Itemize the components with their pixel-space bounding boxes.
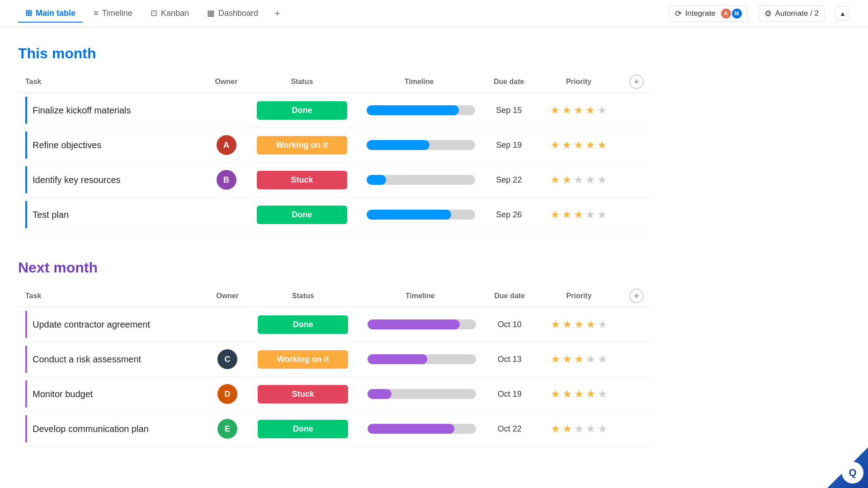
priority-cell: ★★★★★	[536, 412, 622, 446]
owner-cell	[204, 93, 248, 128]
table-row[interactable]: Update contractor agreement Done Oct 10 …	[18, 307, 651, 342]
this-month-table: Task Owner Status Timeline Due date Prio…	[18, 71, 651, 232]
timeline-bar-wrap	[367, 175, 475, 185]
extra-cell	[622, 412, 651, 446]
due-date: Sep 22	[496, 175, 522, 184]
star-5: ★	[598, 388, 608, 400]
timeline-cell	[356, 197, 482, 232]
timeline-bar-fill	[368, 424, 454, 434]
star-3: ★	[574, 353, 584, 366]
extra-cell	[622, 197, 651, 232]
star-3: ★	[574, 174, 584, 186]
table-row[interactable]: Conduct a risk assessment C Working on i…	[18, 342, 651, 377]
automate-button[interactable]: ⚙ Automate / 2	[759, 5, 825, 22]
star-2: ★	[562, 139, 572, 151]
table-row[interactable]: Monitor budget D Stuck Oct 19 ★★★★★	[18, 377, 651, 412]
priority-cell: ★★★★★	[535, 163, 622, 197]
star-4: ★	[586, 388, 596, 400]
col-header-add: +	[622, 71, 651, 93]
task-name: Refine objectives	[33, 140, 101, 150]
extra-cell	[622, 307, 651, 342]
star-4: ★	[585, 104, 595, 117]
avatar: A	[217, 135, 236, 155]
table-row[interactable]: Identify key resources B Stuck Sep 22 ★★…	[18, 163, 651, 197]
table-row[interactable]: Finalize kickoff materials Done Sep 15 ★…	[18, 93, 651, 128]
avatar: C	[217, 349, 237, 369]
star-3: ★	[574, 422, 584, 435]
status-cell: Working on it	[248, 128, 356, 163]
task-name: Test plan	[33, 210, 69, 220]
task-name-wrapper: Refine objectives	[25, 131, 197, 159]
due-date-cell: Sep 26	[482, 197, 535, 232]
extra-cell	[622, 342, 651, 377]
stars-container: ★★★★★	[543, 318, 615, 331]
status-badge: Stuck	[257, 171, 347, 189]
col-header-timeline-2: Timeline	[357, 285, 483, 307]
tab-timeline-label: Timeline	[102, 9, 132, 18]
table-row[interactable]: Refine objectives A Working on it Sep 19…	[18, 128, 651, 163]
table-icon: ⊞	[25, 8, 32, 18]
tab-dashboard-label: Dashboard	[218, 9, 258, 18]
tab-main-table[interactable]: ⊞ Main table	[18, 5, 83, 23]
task-border	[25, 166, 27, 193]
collapse-button[interactable]: ▲	[835, 6, 850, 21]
integrate-button[interactable]: ⟳ Integrate A M	[669, 5, 748, 22]
task-name-cell: Conduct a risk assessment	[18, 342, 206, 377]
task-border	[25, 131, 27, 159]
star-5: ★	[598, 353, 608, 366]
col-header-duedate: Due date	[482, 71, 535, 93]
avatar-1: A	[721, 9, 731, 19]
due-date-cell: Sep 22	[482, 163, 535, 197]
owner-cell: E	[206, 412, 249, 446]
task-name-cell: Develop communication plan	[18, 412, 206, 446]
due-date: Oct 22	[498, 424, 522, 433]
star-1: ★	[551, 388, 561, 400]
col-header-task: Task	[18, 71, 204, 93]
priority-cell: ★★★★★	[535, 128, 622, 163]
extra-cell	[622, 377, 651, 412]
task-name-cell: Finalize kickoff materials	[18, 93, 204, 128]
section-this-month-header: This month	[18, 45, 850, 62]
table-row[interactable]: Develop communication plan E Done Oct 22…	[18, 412, 651, 446]
star-2: ★	[562, 208, 572, 221]
star-2: ★	[562, 353, 572, 366]
owner-cell: D	[206, 377, 249, 412]
timeline-bar-wrap	[368, 354, 476, 364]
task-border	[25, 97, 27, 124]
section-this-month: This month Task Owner Status Timeline Du…	[18, 45, 850, 232]
col-header-priority: Priority	[535, 71, 622, 93]
star-1: ★	[551, 318, 561, 331]
timeline-bar-wrap	[367, 105, 475, 115]
tab-dashboard[interactable]: ▦ Dashboard	[200, 5, 265, 23]
task-name-wrapper: Conduct a risk assessment	[25, 346, 198, 373]
star-5: ★	[597, 104, 607, 117]
due-date: Sep 26	[496, 210, 522, 219]
due-date: Oct 19	[498, 389, 522, 399]
add-tab-button[interactable]: +	[269, 4, 286, 23]
star-3: ★	[574, 208, 584, 221]
stars-container: ★★★★★	[542, 174, 615, 186]
status-cell: Done	[249, 307, 357, 342]
add-column-button-this-month[interactable]: +	[629, 75, 644, 89]
add-column-button-next-month[interactable]: +	[629, 289, 644, 303]
star-5: ★	[597, 208, 607, 221]
status-badge: Stuck	[258, 385, 348, 404]
integrate-label: Integrate	[685, 9, 716, 18]
tab-kanban[interactable]: ⊡ Kanban	[143, 5, 196, 23]
priority-cell: ★★★★★	[536, 342, 622, 377]
owner-cell: A	[204, 128, 248, 163]
star-3: ★	[574, 318, 584, 331]
due-date-cell: Oct 22	[483, 412, 536, 446]
star-4: ★	[585, 139, 595, 151]
status-cell: Working on it	[249, 342, 357, 377]
star-4: ★	[586, 318, 596, 331]
tab-main-table-label: Main table	[36, 9, 75, 18]
tab-timeline[interactable]: ≡ Timeline	[86, 5, 140, 23]
priority-cell: ★★★★★	[535, 197, 622, 232]
owner-cell: C	[206, 342, 249, 377]
avatar: B	[217, 170, 236, 190]
table-row[interactable]: Test plan Done Sep 26 ★★★★★	[18, 197, 651, 232]
star-3: ★	[574, 139, 584, 151]
col-header-owner: Owner	[204, 71, 248, 93]
collapse-icon: ▲	[840, 10, 846, 17]
